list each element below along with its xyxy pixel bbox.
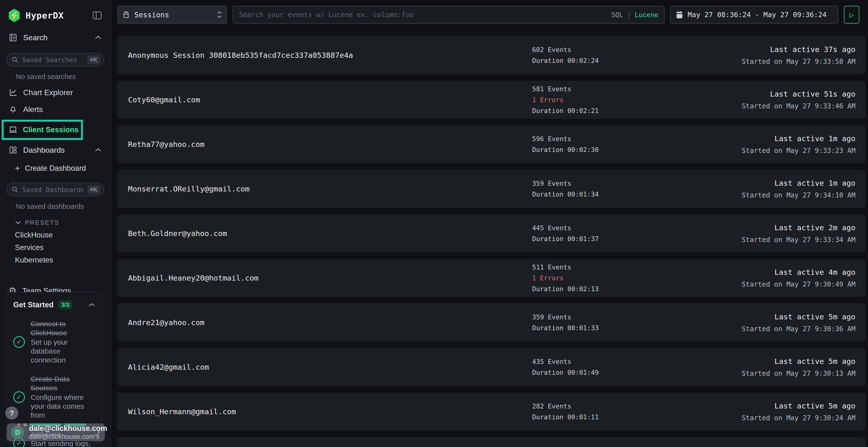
session-duration: Duration 00:01:37 [532, 233, 599, 244]
get-started-item-subtitle: Set up your database connection [31, 338, 95, 365]
session-events: 435 Events [532, 356, 599, 367]
bell-icon [9, 105, 18, 114]
session-started: Started on May 27 9:33:34 AM [742, 236, 856, 244]
saved-dashboards-input[interactable]: Saved Dashboards ⌘K [6, 183, 104, 196]
get-started-item-data-sources[interactable]: ✓ Create Data Sources Configure where yo… [13, 375, 95, 419]
time-range-picker[interactable]: May 27 08:36:24 - May 27 09:36:24 [670, 6, 838, 24]
sidebar-header: ⚡ HyperDX [0, 0, 111, 29]
chevron-up-icon[interactable] [94, 148, 102, 152]
session-last-active: Last active 1m ago [742, 179, 856, 187]
run-query-button[interactable]: ▷ [844, 6, 859, 24]
session-name: Alicia42@gmail.com [128, 363, 209, 371]
saved-searches-input[interactable]: Saved Searches ⌘K [6, 53, 104, 66]
presets-label: PRESETS [25, 219, 59, 227]
session-activity: Last active 1m ago Started on May 27 9:3… [742, 179, 856, 199]
session-stats: 596 Events Duration 00:02:30 [532, 133, 599, 155]
sidebar-item-chart-explorer[interactable]: Chart Explorer [0, 84, 111, 101]
get-started-item-connect[interactable]: ✓ Connect to ClickHouse Set up your data… [13, 319, 95, 365]
saved-searches-placeholder: Saved Searches [22, 56, 84, 64]
play-icon: ▷ [849, 10, 854, 19]
collapse-sidebar-icon[interactable] [92, 10, 102, 21]
source-selector[interactable]: Sessions [117, 6, 227, 24]
session-last-active: Last active 51s ago [742, 90, 856, 98]
session-row[interactable]: Alicia42@gmail.com 435 Events Duration 0… [117, 348, 866, 386]
session-name: Coty60@gmail.com [128, 95, 200, 104]
session-events: 511 Events [532, 262, 599, 273]
session-events: 602 Events [532, 44, 599, 55]
help-button[interactable]: ? [5, 407, 18, 419]
session-events: 282 Events [532, 401, 599, 412]
create-dashboard-button[interactable]: + Create Dashboard [0, 161, 111, 176]
dashboards-section-label: Dashboards [23, 146, 89, 154]
session-name: Beth.Goldner@yahoo.com [128, 229, 227, 238]
session-name: Retha77@yahoo.com [128, 140, 205, 148]
session-name: Andre21@yahoo.com [128, 318, 205, 327]
user-name: dale@clickhouse.com [29, 424, 91, 433]
get-started-item-title: Connect to ClickHouse [31, 320, 67, 337]
session-stats: 359 Events Duration 00:01:34 [532, 178, 599, 200]
session-started: Started on May 27 9:34:10 AM [742, 191, 856, 199]
client-sessions-label: Client Sessions [23, 126, 79, 134]
lucene-mode-toggle[interactable]: Lucene [634, 11, 658, 19]
session-stats: 511 Events 1 Errors Duration 00:02:13 [532, 262, 599, 294]
session-name: Monserrat.OReilly@gmail.com [128, 184, 250, 193]
session-row[interactable]: Anonymous Session 308018eb535facd7cec337… [117, 36, 866, 74]
session-row[interactable]: Wilson_Hermann@gmail.com 282 Events Dura… [117, 392, 866, 431]
search-icon [11, 186, 18, 193]
session-row[interactable]: Coty60@gmail.com 581 Events 1 Errors Dur… [117, 81, 866, 119]
chevron-right-icon [96, 428, 100, 436]
session-list: Anonymous Session 308018eb535facd7cec337… [117, 36, 866, 447]
session-started: Started on May 27 9:33:58 AM [742, 58, 856, 66]
session-row[interactable]: Abbigail.Heaney20@hotmail.com 511 Events… [117, 259, 866, 297]
session-duration: Duration 00:01:33 [532, 322, 599, 333]
get-started-progress-badge: 3/3 [58, 301, 72, 309]
session-activity: Last active 51s ago Started on May 27 9:… [742, 90, 856, 110]
sidebar-item-alerts[interactable]: Alerts [0, 101, 111, 118]
session-stats: 282 Events Duration 00:01:11 [532, 401, 599, 422]
search-icon [11, 56, 18, 63]
presets-toggle[interactable]: PRESETS [0, 216, 111, 229]
session-row[interactable]: Monserrat.OReilly@gmail.com 359 Events D… [117, 170, 866, 208]
get-started-item-subtitle: Configure where your data comes from [31, 393, 95, 419]
session-duration: Duration 00:02:21 [532, 105, 599, 116]
session-row[interactable]: Retha77@yahoo.com 596 Events Duration 00… [117, 125, 866, 163]
session-row-partial[interactable] [117, 437, 866, 447]
main-area: Sessions Search your events w/ Lucene ex… [111, 0, 868, 447]
user-menu[interactable]: D dale@clickhouse.com dale@clickhouse.co… [7, 423, 105, 441]
sidebar-section-dashboards[interactable]: Dashboards [0, 142, 111, 159]
event-search-input[interactable]: Search your events w/ Lucene ex. column:… [233, 6, 664, 24]
dashboards-icon [9, 146, 18, 154]
hyperdx-logo-icon: ⚡ [8, 9, 20, 22]
check-circle-icon: ✓ [13, 336, 25, 348]
get-started-header[interactable]: Get Started 3/3 [13, 301, 95, 309]
session-activity: Last active 5m ago Started on May 27 9:3… [742, 402, 856, 422]
session-events: 581 Events [532, 83, 599, 94]
alerts-label: Alerts [23, 105, 43, 114]
plus-icon: + [15, 164, 20, 173]
preset-item-clickhouse[interactable]: ClickHouse [0, 229, 111, 241]
sidebar-section-search[interactable]: Search [0, 29, 111, 46]
session-row[interactable]: Beth.Goldner@yahoo.com 445 Events Durati… [117, 214, 866, 252]
chevron-up-icon[interactable] [88, 303, 95, 307]
session-errors: 1 Errors [532, 273, 599, 283]
chevron-up-icon[interactable] [94, 35, 102, 40]
session-started: Started on May 27 9:33:46 AM [742, 102, 856, 110]
session-activity: Last active 37s ago Started on May 27 9:… [742, 45, 856, 66]
session-events: 359 Events [532, 178, 599, 189]
get-started-item-title: Create Data Sources [31, 375, 70, 392]
sidebar-item-client-sessions[interactable]: Client Sessions [2, 120, 83, 140]
preset-item-kubernetes[interactable]: Kubernetes [0, 254, 111, 266]
saved-dashboards-placeholder: Saved Dashboards [22, 186, 84, 194]
check-circle-icon: ✓ [13, 391, 25, 403]
session-started: Started on May 27 9:30:24 AM [742, 414, 856, 422]
session-started: Started on May 27 9:33:23 AM [742, 147, 856, 154]
sql-mode-toggle[interactable]: SQL [611, 11, 623, 19]
session-row[interactable]: Andre21@yahoo.com 359 Events Duration 00… [117, 304, 866, 342]
session-activity: Last active 2m ago Started on May 27 9:3… [742, 223, 856, 244]
session-last-active: Last active 5m ago [742, 402, 856, 410]
preset-item-services[interactable]: Services [0, 241, 111, 254]
session-activity: Last active 1m ago Started on May 27 9:3… [742, 134, 856, 154]
create-dashboard-label: Create Dashboard [25, 164, 86, 173]
calendar-icon [676, 10, 683, 19]
session-activity: Last active 5m ago Started on May 27 9:3… [742, 312, 856, 333]
